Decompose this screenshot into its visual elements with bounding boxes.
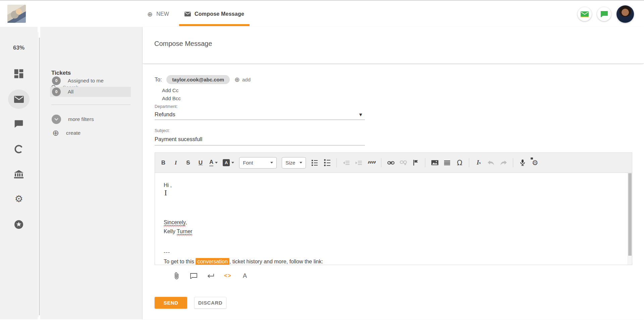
indent-icon	[356, 161, 362, 165]
add-bcc-link[interactable]: Add Bcc	[162, 95, 181, 101]
add-label: add	[242, 77, 251, 82]
add-cc-link[interactable]: Add Cc	[162, 87, 178, 93]
all-count-badge: 0	[52, 87, 61, 96]
create-ticket[interactable]: ⊕ create	[50, 128, 131, 138]
department-select[interactable]: Refunds	[155, 111, 175, 118]
nav-dashboard[interactable]	[14, 69, 23, 78]
redo-icon	[500, 161, 507, 165]
rich-text-editor: B I S U A A Font Size	[155, 152, 632, 265]
discard-button[interactable]: DISCARD	[194, 297, 226, 309]
underline-button[interactable]: U	[197, 158, 204, 168]
background-color-button[interactable]: A	[223, 158, 234, 168]
dropdown-caret-icon[interactable]: ▼	[359, 113, 362, 117]
insert-reply-button[interactable]	[206, 271, 215, 280]
remove-format-button[interactable]: Ix	[475, 158, 482, 168]
horizontal-rule-button[interactable]	[443, 158, 451, 168]
message-options-row: <> A	[172, 271, 249, 280]
new-email-button[interactable]	[578, 7, 592, 21]
rail-scrollbar[interactable]	[39, 38, 40, 315]
signature-line-2: Kelly Turner	[164, 229, 192, 235]
bullet-list-button[interactable]	[323, 158, 331, 168]
filter-all[interactable]: 0 All	[50, 87, 131, 97]
nav-customers[interactable]	[14, 170, 23, 179]
subject-underline	[155, 145, 365, 145]
active-nav-highlight	[8, 89, 30, 109]
tab-compose-message[interactable]: Compose Message	[179, 1, 250, 27]
italic-button[interactable]: I	[172, 158, 179, 168]
nav-chats[interactable]	[15, 120, 23, 128]
caret-icon	[215, 162, 218, 164]
dictation-button[interactable]	[519, 158, 526, 168]
strikethrough-button[interactable]: S	[184, 158, 192, 168]
outdent-icon	[343, 161, 350, 165]
flag-icon	[413, 160, 418, 166]
editor-body[interactable]: Hi , I Sincerely, Kelly Turner --- To ge…	[155, 173, 632, 265]
bold-button[interactable]: B	[160, 158, 167, 168]
compose-pane: Compose Message To: taylor.cook@abc.com …	[143, 27, 644, 319]
toolbar-separator	[381, 158, 381, 167]
top-actions	[578, 1, 634, 27]
editor-scrollbar[interactable]	[628, 173, 632, 265]
add-recipient-button[interactable]: ⊕ add	[234, 76, 251, 83]
attach-file-button[interactable]	[172, 271, 181, 280]
toolbar-separator	[425, 158, 425, 167]
nav-tickets[interactable]	[8, 89, 30, 109]
department-label: Department:	[155, 104, 178, 109]
text-color-button[interactable]: A	[209, 158, 218, 168]
nav-settings[interactable]: ⚙	[14, 194, 23, 204]
insert-link-button[interactable]	[387, 158, 394, 168]
send-button[interactable]: SEND	[155, 297, 187, 309]
horizontal-rule-icon	[444, 161, 450, 165]
toolbar-separator	[336, 158, 337, 167]
blockquote-button[interactable]: ””	[367, 158, 375, 168]
source-code-button[interactable]: <>	[223, 271, 232, 280]
company-logo[interactable]	[7, 5, 26, 23]
microphone-icon	[520, 159, 525, 166]
subject-input[interactable]: Payment sucessfull	[155, 136, 202, 142]
top-tabs: ⊕ NEW Compose Message	[142, 1, 250, 27]
scrollbar-thumb[interactable]	[628, 173, 632, 256]
department-underline	[155, 120, 365, 120]
text-cursor: I	[164, 189, 167, 197]
outdent-button[interactable]	[342, 158, 350, 168]
greeting-text: Hi ,	[164, 182, 172, 188]
indent-button[interactable]	[355, 158, 362, 168]
editor-settings-button[interactable]: ⚙	[531, 158, 539, 168]
ordered-list-button[interactable]	[311, 158, 318, 168]
internal-note-button[interactable]	[189, 271, 198, 280]
more-filters[interactable]: more filters	[50, 114, 131, 124]
chevron-down-icon	[52, 115, 61, 124]
plain-text-button[interactable]: A	[240, 271, 249, 280]
plus-circle-icon: ⊕	[234, 76, 240, 83]
insert-image-button[interactable]	[431, 158, 438, 168]
to-label: To:	[155, 77, 162, 83]
image-icon	[431, 160, 438, 165]
nav-starred[interactable]	[14, 220, 23, 229]
undo-icon	[488, 161, 494, 165]
font-select[interactable]: Font	[239, 157, 277, 169]
redo-button[interactable]	[500, 158, 507, 168]
assigned-count-badge: 0	[52, 76, 61, 85]
signature-separator: ---	[164, 249, 170, 255]
nav-recent[interactable]	[14, 145, 23, 154]
refresh-circle-icon	[14, 145, 23, 154]
bullet-list-icon	[324, 159, 330, 166]
ordered-list-icon	[312, 160, 318, 166]
anchor-flag-button[interactable]	[412, 158, 419, 168]
special-character-button[interactable]: Ω	[456, 158, 463, 168]
unlink-button[interactable]	[399, 158, 407, 168]
more-filters-label: more filters	[68, 116, 94, 122]
size-select[interactable]: Size	[282, 157, 306, 169]
filter-assigned-to-me[interactable]: 0 Assigned to me	[50, 76, 131, 86]
settings-badge	[531, 157, 533, 159]
dashboard-icon	[14, 69, 23, 78]
new-chat-button[interactable]	[597, 7, 611, 21]
user-avatar[interactable]	[616, 5, 634, 23]
conversation-link[interactable]: conversation	[196, 258, 229, 265]
editor-toolbar: B I S U A A Font Size	[155, 153, 632, 173]
app-window: ⊕ NEW Compose Message	[0, 0, 644, 320]
recipient-chip[interactable]: taylor.cook@abc.com	[166, 75, 230, 84]
filter-label: Assigned to me	[68, 78, 104, 84]
undo-button[interactable]	[487, 158, 495, 168]
tab-new[interactable]: ⊕ NEW	[142, 1, 174, 27]
